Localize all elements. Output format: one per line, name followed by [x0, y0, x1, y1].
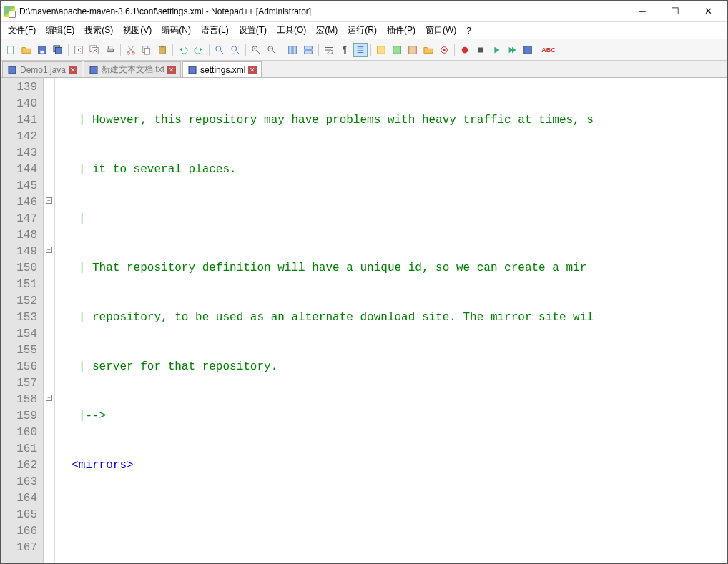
play-macro-icon[interactable]: [489, 43, 503, 57]
title-bar: D:\maven\apache-maven-3.6.1\conf\setting…: [1, 1, 727, 22]
menu-bar: 文件(F) 编辑(E) 搜索(S) 视图(V) 编码(N) 语言(L) 设置(T…: [1, 22, 727, 39]
svg-rect-33: [90, 66, 97, 74]
toolbar-separator: [454, 44, 455, 56]
toolbar-separator: [538, 44, 538, 56]
line-number: 167: [1, 540, 37, 556]
menu-file[interactable]: 文件(F): [4, 23, 40, 38]
redo-icon[interactable]: [192, 43, 206, 57]
line-number: 160: [1, 425, 37, 441]
menu-run[interactable]: 运行(R): [343, 23, 381, 38]
code-text: | server for that repository.: [58, 360, 277, 373]
line-number: 157: [1, 375, 37, 392]
func-list-icon[interactable]: [405, 43, 420, 57]
svg-point-28: [443, 49, 446, 51]
sync-h-icon[interactable]: [301, 43, 315, 57]
folder-icon[interactable]: [421, 43, 436, 57]
line-number: 162: [1, 457, 37, 474]
line-number: 158: [1, 392, 37, 408]
stop-macro-icon[interactable]: [473, 43, 488, 57]
tab-close-icon[interactable]: ✕: [248, 66, 257, 74]
svg-rect-31: [524, 46, 532, 54]
tab-close-icon[interactable]: ✕: [167, 66, 176, 74]
tab-label: Demo1.java: [20, 65, 66, 75]
line-number: 148: [1, 227, 37, 244]
menu-window[interactable]: 窗口(W): [421, 23, 461, 38]
file-saved-icon: [89, 65, 99, 75]
line-number: 149: [1, 244, 37, 260]
tab-demo1-java[interactable]: Demo1.java ✕: [2, 61, 82, 77]
show-all-chars-icon[interactable]: ¶: [338, 43, 352, 57]
tab-close-icon[interactable]: ✕: [69, 66, 77, 74]
menu-help[interactable]: ?: [462, 24, 476, 37]
code-text: |: [58, 212, 85, 225]
app-icon: [4, 6, 15, 17]
line-number: 156: [1, 359, 37, 375]
svg-rect-21: [293, 46, 296, 54]
monitor-icon[interactable]: [437, 43, 451, 57]
fold-plus-icon[interactable]: +: [46, 395, 52, 401]
menu-view[interactable]: 视图(V): [119, 23, 156, 38]
maximize-button[interactable]: ☐: [659, 1, 692, 21]
play-multi-icon[interactable]: [505, 43, 519, 57]
indent-guide-icon[interactable]: [353, 43, 368, 57]
zoom-out-icon[interactable]: [265, 43, 279, 57]
wordwrap-icon[interactable]: [322, 43, 336, 57]
line-number: 143: [1, 145, 37, 162]
line-number: 159: [1, 408, 37, 425]
svg-rect-15: [161, 45, 164, 47]
save-macro-icon[interactable]: [521, 43, 535, 57]
file-saved-icon: [187, 65, 197, 75]
undo-icon[interactable]: [176, 43, 190, 57]
fold-minus-icon[interactable]: −: [46, 247, 52, 253]
svg-rect-24: [378, 46, 385, 54]
svg-rect-25: [393, 46, 401, 54]
line-number: 152: [1, 293, 37, 310]
tab-settings-xml[interactable]: settings.xml ✕: [182, 61, 262, 77]
zoom-in-icon[interactable]: [249, 43, 263, 57]
menu-settings[interactable]: 设置(T): [235, 23, 271, 38]
svg-rect-34: [189, 66, 196, 74]
minimize-button[interactable]: ─: [626, 1, 659, 21]
cut-icon[interactable]: [124, 43, 138, 57]
spellcheck-icon[interactable]: ABC: [541, 43, 556, 57]
tab-new-text-doc[interactable]: 新建文本文档.txt ✕: [84, 61, 181, 77]
line-number-gutter: 1391401411421431441451461471481491501511…: [1, 78, 44, 563]
fold-column[interactable]: − − +: [44, 78, 55, 563]
menu-plugins[interactable]: 插件(P): [383, 23, 420, 38]
close-button[interactable]: ✕: [692, 1, 724, 21]
line-number: 142: [1, 129, 37, 145]
fold-minus-icon[interactable]: −: [46, 197, 52, 204]
menu-macro[interactable]: 宏(M): [312, 23, 342, 38]
menu-search[interactable]: 搜索(S): [80, 23, 117, 38]
line-number: 161: [1, 441, 37, 457]
find-icon[interactable]: [212, 43, 227, 57]
save-all-icon[interactable]: [51, 43, 65, 57]
record-macro-icon[interactable]: [458, 43, 472, 57]
copy-icon[interactable]: [139, 43, 154, 57]
doc-map-icon[interactable]: [390, 43, 404, 57]
menu-tools[interactable]: 工具(O): [272, 23, 310, 38]
new-file-icon[interactable]: [4, 43, 18, 57]
editor-area[interactable]: 1391401411421431441451461471481491501511…: [1, 78, 727, 563]
code-text: | it to several places.: [58, 163, 237, 176]
menu-edit[interactable]: 编辑(E): [41, 23, 79, 38]
window-title: D:\maven\apache-maven-3.6.1\conf\setting…: [19, 6, 626, 16]
close-all-icon[interactable]: [87, 43, 102, 57]
save-icon[interactable]: [35, 43, 49, 57]
menu-encoding[interactable]: 编码(N): [157, 23, 195, 38]
code-content[interactable]: | However, this repository may have prob…: [55, 78, 727, 563]
line-number: 141: [1, 112, 37, 129]
svg-point-29: [462, 46, 468, 53]
open-file-icon[interactable]: [19, 43, 34, 57]
print-icon[interactable]: [103, 43, 117, 57]
menu-language[interactable]: 语言(L): [197, 23, 233, 38]
line-number: 153: [1, 310, 37, 326]
replace-icon[interactable]: [228, 43, 242, 57]
toolbar: ¶ ABC: [1, 39, 727, 61]
toolbar-separator: [120, 44, 121, 56]
close-file-icon[interactable]: [72, 43, 86, 57]
paste-icon[interactable]: [155, 43, 169, 57]
lang-icon[interactable]: [374, 43, 388, 57]
sync-v-icon[interactable]: [285, 43, 300, 57]
line-number: 164: [1, 490, 37, 507]
